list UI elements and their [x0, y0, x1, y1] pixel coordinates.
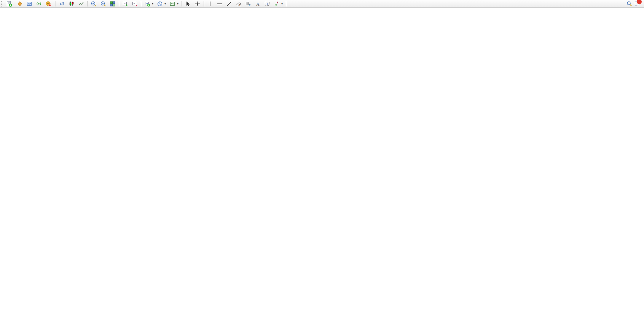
text-label-icon: T — [264, 1, 270, 7]
text-button[interactable]: A — [253, 0, 262, 7]
zoom-in-icon — [91, 1, 97, 7]
horizontal-line-icon — [217, 1, 223, 7]
arrows-icon — [274, 1, 280, 7]
tile-windows-icon — [110, 1, 116, 7]
trendline-icon — [226, 1, 232, 7]
bar-chart-icon — [59, 1, 65, 7]
search-icon — [626, 1, 632, 7]
chat-button[interactable] — [634, 1, 640, 7]
templates-button[interactable]: ▾ — [168, 0, 180, 7]
templates-icon — [169, 1, 175, 7]
svg-text:T: T — [266, 2, 269, 6]
dropdown-caret: ▾ — [177, 2, 179, 5]
bar-chart-button[interactable] — [57, 0, 67, 7]
toolbar-separator — [182, 1, 182, 6]
toolbar-separator — [119, 1, 119, 6]
toolbar-separator — [286, 1, 286, 6]
package-button[interactable] — [15, 0, 24, 7]
cascade-charts-button[interactable] — [130, 0, 139, 7]
arrows-button[interactable]: ▾ — [272, 0, 284, 7]
toolbar-separator — [141, 1, 141, 6]
package-icon — [17, 1, 23, 7]
zoom-in-button[interactable] — [89, 0, 98, 7]
toolbar-grip[interactable] — [1, 1, 3, 6]
line-chart-button[interactable] — [77, 0, 86, 7]
vertical-line-icon — [207, 1, 213, 7]
candlestick-chart-icon — [69, 1, 75, 7]
equidistant-channel-icon: E — [236, 1, 242, 7]
toolbar-separator — [87, 1, 88, 6]
chart-profile-icon — [26, 1, 32, 7]
search-button[interactable] — [625, 0, 634, 7]
new-chart-button[interactable]: ▾ — [143, 0, 155, 7]
svg-text:F: F — [249, 4, 250, 6]
new-chart-icon — [144, 1, 150, 7]
arrange-charts-button[interactable] — [121, 0, 130, 7]
candlestick-chart-button[interactable] — [67, 0, 76, 7]
new-order-button[interactable] — [5, 0, 15, 7]
main-toolbar: ▾ ▾ ▾ — [0, 0, 644, 8]
crosshair-button[interactable] — [193, 0, 202, 7]
auto-trading-button[interactable] — [44, 0, 54, 7]
periods-button[interactable]: ▾ — [155, 0, 167, 7]
new-order-icon — [6, 1, 12, 7]
zoom-out-icon — [100, 1, 106, 7]
cursor-button[interactable] — [183, 0, 193, 7]
chart-canvas[interactable] — [0, 8, 644, 319]
signal-icon — [36, 1, 42, 7]
fibonacci-button[interactable]: F — [244, 0, 253, 7]
dropdown-caret: ▾ — [164, 2, 166, 5]
cursor-icon — [185, 1, 191, 7]
fibonacci-icon: F — [245, 1, 251, 7]
notification-badge — [637, 0, 642, 4]
text-label-button[interactable]: T — [263, 0, 272, 7]
periods-icon — [157, 1, 163, 7]
chart-profile-button[interactable] — [25, 0, 34, 7]
auto-trading-icon — [45, 1, 51, 7]
trendline-button[interactable] — [225, 0, 234, 7]
arrange-charts-icon — [122, 1, 128, 7]
line-chart-icon — [78, 1, 84, 7]
toolbar-separator — [204, 1, 204, 6]
signal-button[interactable] — [34, 0, 43, 7]
text-icon: A — [255, 1, 261, 7]
vertical-line-button[interactable] — [206, 0, 215, 7]
svg-text:E: E — [239, 4, 241, 6]
svg-text:A: A — [256, 1, 260, 6]
tile-windows-button[interactable] — [108, 0, 117, 7]
toolbar-separator — [56, 1, 56, 6]
horizontal-line-button[interactable] — [215, 0, 224, 7]
crosshair-icon — [194, 1, 201, 7]
cascade-charts-icon — [132, 1, 138, 7]
dropdown-caret: ▾ — [152, 2, 153, 5]
equidistant-channel-button[interactable]: E — [234, 0, 243, 7]
zoom-out-button[interactable] — [99, 0, 108, 7]
dropdown-caret: ▾ — [281, 2, 283, 5]
